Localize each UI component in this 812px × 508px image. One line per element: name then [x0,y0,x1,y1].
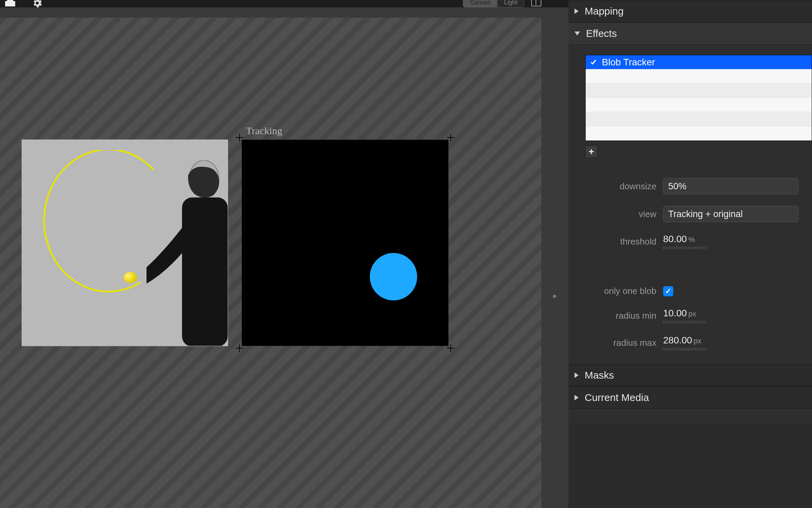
radius-min-input[interactable]: 10.00 px [663,308,707,323]
effect-row-empty[interactable] [586,112,812,126]
param-label: radius max [585,338,656,348]
section-title: Current Media [585,392,649,403]
radius-max-unit: px [694,337,701,345]
param-only-one-blob: only one blob ✓ [585,286,812,296]
canvas-gutter [541,18,568,508]
radius-min-unit: px [689,310,696,318]
tracked-object [123,272,137,283]
effect-row-empty[interactable] [586,84,812,98]
param-label: downsize [585,181,656,192]
canvas-area[interactable]: Camera Tracking [0,18,541,508]
radius-max-value: 280.00 [663,335,692,345]
param-threshold: threshold 80.00 % [585,234,812,249]
top-toolbar: Canvas Light [0,0,568,7]
threshold-input[interactable]: 80.00 % [663,234,707,249]
layout-icon[interactable] [531,0,541,6]
param-list: downsize 50% view Tracking + original th… [585,178,812,351]
crop-mark-icon [447,344,454,352]
view-mode-segmented: Canvas Light [463,0,524,7]
crop-mark-icon [447,134,454,141]
param-downsize: downsize 50% [585,178,812,194]
person-figure [146,160,228,346]
effect-name: Blob Tracker [602,57,655,68]
crop-mark-icon [226,140,228,141]
camera-icon [5,1,15,6]
crop-mark-icon [236,134,243,141]
effects-list[interactable]: Blob Tracker [585,55,812,141]
gear-icon [31,0,43,10]
section-mapping[interactable]: Mapping [568,0,812,22]
inspector-empty-area [568,423,812,508]
add-effect-button[interactable]: + [585,146,597,158]
section-title: Masks [585,369,614,381]
view-select[interactable]: Tracking + original [663,206,798,222]
effect-enable-checkbox[interactable] [590,59,597,66]
panel-divider-dot[interactable] [553,295,556,298]
param-radius-min: radius min 10.00 px [585,308,812,323]
radius-min-value: 10.00 [663,308,687,318]
slider-ticks-icon [663,247,707,249]
seg-canvas[interactable]: Canvas [463,0,497,7]
threshold-unit: % [689,235,695,244]
effect-row-empty[interactable] [586,69,812,84]
slider-ticks-icon [663,348,707,351]
chevron-right-icon [574,373,579,378]
chevron-right-icon [574,8,579,14]
seg-light[interactable]: Light [497,0,524,7]
section-title: Effects [586,28,617,39]
effect-row-blob-tracker[interactable]: Blob Tracker [586,55,812,69]
crop-mark-icon [236,344,243,352]
settings-button[interactable] [30,0,44,7]
param-view: view Tracking + original [585,206,812,222]
threshold-value: 80.00 [663,234,687,244]
toolbar-right-group: Canvas Light [463,0,541,7]
chevron-down-icon [574,31,580,36]
section-title: Mapping [585,5,624,17]
inspector-panel: Mapping Effects Blob Tracker + downsize … [568,0,812,508]
crop-mark-icon [22,140,23,141]
slider-ticks-icon [663,321,707,323]
effect-row-empty[interactable] [586,98,812,112]
param-label: radius min [585,311,656,321]
trail-arc [29,150,164,299]
param-label: only one blob [585,286,656,296]
tracking-panel-label: Tracking [242,124,286,138]
section-masks[interactable]: Masks [568,364,812,386]
camera-panel[interactable]: Camera [22,140,228,346]
param-label: view [585,209,656,219]
camera-tool-button[interactable] [3,0,17,7]
svg-rect-2 [182,197,228,346]
effect-row-empty[interactable] [586,126,812,141]
radius-max-input[interactable]: 280.00 px [663,335,707,351]
section-current-media[interactable]: Current Media [568,386,812,409]
param-label: threshold [585,236,656,247]
chevron-right-icon [574,395,579,400]
param-radius-max: radius max 280.00 px [585,335,812,351]
downsize-select[interactable]: 50% [663,178,798,194]
crop-mark-icon [22,344,23,346]
only-one-blob-checkbox[interactable]: ✓ [663,286,673,296]
section-effects[interactable]: Effects [568,22,812,45]
blob-marker [370,253,417,300]
tracking-panel[interactable]: Tracking [242,140,449,346]
effects-body: Blob Tracker + downsize 50% view Trackin… [568,45,812,364]
